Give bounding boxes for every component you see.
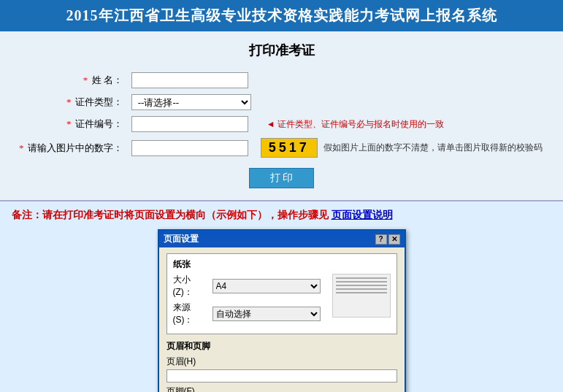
- dialog-title: 页面设置: [164, 233, 199, 245]
- dialog-content: 纸张 大小(Z)： A4 来源(S)：: [159, 247, 405, 392]
- captcha-container: 5517 假如图片上面的数字不清楚，请单击图片取得新的校验码: [261, 138, 544, 158]
- captcha-code-cell: 5517 假如图片上面的数字不清楚，请单击图片取得新的校验码: [256, 135, 548, 161]
- paper-source-label: 来源(S)：: [173, 301, 210, 326]
- paper-section-title: 纸张: [173, 258, 391, 271]
- name-label: * 姓 名：: [15, 69, 127, 91]
- captcha-input-cell: [127, 135, 256, 161]
- id-number-input[interactable]: [131, 116, 248, 132]
- notice-area: 备注：请在打印准考证时将页面设置为横向（示例如下），操作步骤见 页面设置说明 页…: [0, 201, 563, 392]
- id-number-hint-cell: ◄ 证件类型、证件编号必与报名时使用的一致: [256, 113, 548, 135]
- header-title: 2015年江西省卫生高级专业技术资格实践能力考试网上报名系统: [66, 7, 497, 23]
- captcha-label: * 请输入图片中的数字：: [15, 135, 127, 161]
- paper-size-row: 大小(Z)： A4: [173, 274, 321, 299]
- id-number-hint: ◄ 证件类型、证件编号必与报名时使用的一致: [267, 119, 444, 129]
- id-type-label: * 证件类型：: [15, 91, 127, 113]
- captcha-input[interactable]: [131, 140, 248, 156]
- id-number-row: * 证件编号： ◄ 证件类型、证件编号必与报名时使用的一致: [15, 113, 548, 135]
- dialog-titlebar: 页面设置 ? ✕: [159, 231, 405, 247]
- id-type-row: * 证件类型： --请选择-- 居民身份证 护照 军官证: [15, 91, 548, 113]
- id-type-select[interactable]: --请选择-- 居民身份证 护照 军官证: [131, 94, 251, 110]
- paper-source-row: 来源(S)： 自动选择: [173, 301, 321, 326]
- footer-label: 页脚(F): [166, 385, 397, 392]
- header-footer-section: 页眉和页脚 页眉(H) 页脚(F): [166, 340, 397, 392]
- dialog-close-button[interactable]: ✕: [388, 234, 400, 245]
- paper-source-select[interactable]: 自动选择: [212, 307, 321, 321]
- id-number-label: * 证件编号：: [15, 113, 127, 135]
- notice-text: 备注：请在打印准考证时将页面设置为横向（示例如下），操作步骤见 页面设置说明: [12, 209, 551, 222]
- id-type-input-cell: --请选择-- 居民身份证 护照 军官证: [127, 91, 256, 113]
- captcha-hint: 假如图片上面的数字不清楚，请单击图片取得新的校验码: [323, 142, 543, 154]
- dialog-wrapper: 页面设置 ? ✕ 纸张 大小(Z)： A4: [12, 229, 551, 392]
- form-title: 打印准考证: [15, 42, 548, 59]
- name-input-cell: [127, 69, 256, 91]
- main-form-area: 打印准考证 * 姓 名： * 证件类型： --请选择-- 居民身份证 护照: [0, 31, 563, 201]
- notice-link[interactable]: 页面设置说明: [332, 210, 393, 220]
- page-header: 2015年江西省卫生高级专业技术资格实践能力考试网上报名系统: [0, 0, 563, 31]
- id-type-required-star: *: [66, 96, 72, 107]
- form-table: * 姓 名： * 证件类型： --请选择-- 居民身份证 护照 军官证: [15, 69, 548, 161]
- captcha-required-star: *: [19, 142, 24, 153]
- dialog-help-button[interactable]: ?: [375, 234, 387, 245]
- captcha-code[interactable]: 5517: [261, 138, 318, 158]
- dialog-title-icons: ? ✕: [375, 234, 400, 245]
- print-button[interactable]: 打 印: [249, 168, 315, 188]
- paper-size-select[interactable]: A4: [212, 279, 321, 293]
- name-row: * 姓 名：: [15, 69, 548, 91]
- name-required-star: *: [83, 74, 88, 85]
- page-settings-dialog: 页面设置 ? ✕ 纸张 大小(Z)： A4: [158, 229, 406, 392]
- name-input[interactable]: [131, 72, 248, 88]
- header-input[interactable]: [166, 369, 397, 383]
- captcha-row: * 请输入图片中的数字： 5517 假如图片上面的数字不清楚，请单击图片取得新的…: [15, 135, 548, 161]
- paper-preview: [332, 274, 391, 318]
- header-label: 页眉(H): [166, 356, 397, 368]
- id-number-input-cell: [127, 113, 256, 135]
- id-number-required-star: *: [66, 118, 72, 129]
- paper-section: 纸张 大小(Z)： A4 来源(S)：: [166, 253, 397, 334]
- paper-size-label: 大小(Z)：: [173, 274, 210, 299]
- hf-section-title: 页眉和页脚: [166, 340, 397, 353]
